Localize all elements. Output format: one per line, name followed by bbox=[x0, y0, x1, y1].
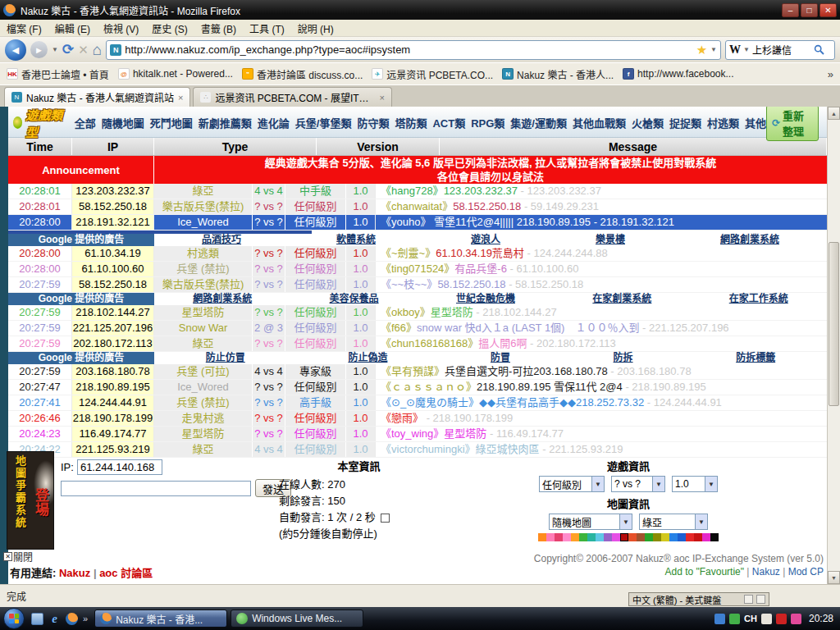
color-swatch[interactable] bbox=[555, 533, 563, 541]
search-engine-dropdown-icon[interactable]: ▼ bbox=[743, 46, 750, 53]
ad-link[interactable]: 網路創業系統 bbox=[193, 293, 252, 305]
language-options-icon[interactable] bbox=[756, 595, 765, 604]
ad-link[interactable]: 防拆 bbox=[614, 352, 633, 364]
internet-explorer-icon[interactable]: e bbox=[48, 613, 61, 625]
bookmark-star-icon[interactable]: ★ bbox=[696, 43, 707, 57]
antivirus-tray-icon[interactable] bbox=[791, 614, 801, 624]
footer-link[interactable]: Add to "Favourtie" bbox=[664, 566, 744, 578]
bookmark-item[interactable]: @hkitalk.net - Powered... bbox=[118, 68, 233, 80]
keyboard-icon[interactable] bbox=[744, 595, 753, 604]
ad-link[interactable]: 軟體系統 bbox=[336, 234, 376, 246]
table-row[interactable]: 20:24:23116.49.174.77星型塔防? vs ?任何級別1.0《t… bbox=[8, 427, 827, 442]
category-link[interactable]: 全部 bbox=[75, 115, 96, 130]
menu-item[interactable]: 檔案 (F) bbox=[7, 21, 42, 35]
tab-close-icon[interactable]: × bbox=[178, 93, 183, 103]
url-dropdown-icon[interactable]: ▼ bbox=[710, 46, 717, 53]
close-button[interactable]: ✕ bbox=[819, 3, 837, 17]
bookmarks-overflow-chevron[interactable]: » bbox=[828, 68, 833, 80]
color-swatch[interactable] bbox=[571, 533, 579, 541]
useful-link[interactable]: Nakuz bbox=[59, 567, 90, 579]
bookmark-item[interactable]: NNakuz 樂古 - 香港人... bbox=[502, 67, 614, 81]
category-link[interactable]: 塔防類 bbox=[395, 115, 427, 130]
color-swatch[interactable] bbox=[546, 533, 555, 541]
home-icon[interactable]: ⌂ bbox=[93, 41, 102, 59]
bookmark-item[interactable]: fhttp://www.facebook... bbox=[623, 68, 733, 80]
search-input[interactable] bbox=[752, 44, 811, 56]
ad-link[interactable]: 防冒 bbox=[491, 352, 510, 364]
color-swatch[interactable] bbox=[620, 533, 628, 541]
game-select-2[interactable]: 1.0▼ bbox=[672, 476, 718, 492]
messenger-tray-icon[interactable] bbox=[729, 614, 740, 624]
table-row[interactable]: 20:27:47218.190.89.195Ice_Wored? vs ?任何級… bbox=[8, 380, 827, 395]
search-engine-icon[interactable]: W bbox=[729, 43, 741, 57]
table-row[interactable]: 20:28:0061.10.100.60兵堡 (禁拉)? vs ?任何級別1.0… bbox=[8, 262, 827, 277]
table-row[interactable]: 20:28:0158.152.250.18樂古版兵堡(禁拉)? vs ?任何級別… bbox=[8, 199, 827, 215]
menu-item[interactable]: 工具 (T) bbox=[249, 21, 285, 35]
color-swatch[interactable] bbox=[686, 533, 694, 541]
table-row[interactable]: 20:26:46218.190.178.199走鬼村逃? vs ?任何級別1.0… bbox=[8, 411, 827, 427]
taskbar-button[interactable]: Nakuz 樂古 - 香港... bbox=[94, 609, 227, 628]
category-link[interactable]: 其他血戰類 bbox=[573, 115, 626, 130]
bookmark-item[interactable]: HK香港巴士論壇 • 首頁 bbox=[7, 67, 109, 81]
ime-tray-icon[interactable] bbox=[761, 614, 772, 624]
vertical-scrollbar[interactable]: ▲ ▼ bbox=[827, 107, 840, 584]
ad-link[interactable]: 美容保養品 bbox=[330, 293, 379, 305]
taskbar-button[interactable]: Windows Live Mes... bbox=[231, 609, 363, 628]
category-link[interactable]: 捉捉類 bbox=[669, 115, 701, 130]
ip-input[interactable] bbox=[77, 459, 162, 475]
category-link[interactable]: ACT類 bbox=[432, 115, 465, 130]
tab-close-icon[interactable]: × bbox=[379, 93, 384, 103]
ad-link[interactable]: 遊浪人 bbox=[471, 234, 500, 246]
table-row[interactable]: 20:27:59221.125.207.196Snow War2 @ 3任何級別… bbox=[8, 321, 827, 336]
close-box-icon[interactable]: ✕ bbox=[3, 552, 12, 561]
color-swatch[interactable] bbox=[710, 533, 719, 541]
ad-link[interactable]: 在家工作系統 bbox=[729, 293, 788, 305]
color-swatch[interactable] bbox=[563, 533, 571, 541]
color-swatch[interactable] bbox=[694, 533, 702, 541]
category-link[interactable]: 村逃類 bbox=[707, 115, 739, 130]
table-row[interactable]: 20:28:0061.10.34.19村逃類? vs ?任何級別1.0《~劍靈~… bbox=[8, 246, 827, 262]
scrollbar-thumb[interactable] bbox=[829, 242, 839, 406]
reload-icon[interactable]: ⟳ bbox=[62, 41, 74, 58]
category-link[interactable]: 進化論 bbox=[258, 115, 290, 130]
color-swatch[interactable] bbox=[645, 533, 653, 541]
color-swatch[interactable] bbox=[596, 533, 604, 541]
menu-item[interactable]: 說明 (H) bbox=[298, 21, 334, 35]
language-bar[interactable]: 中文 (繁體) - 美式鍵盤 bbox=[628, 592, 769, 606]
color-swatch[interactable] bbox=[612, 533, 620, 541]
magnifier-icon[interactable] bbox=[814, 44, 824, 55]
color-swatch[interactable] bbox=[538, 533, 546, 541]
footer-link[interactable]: Nakuz bbox=[752, 566, 780, 578]
history-dropdown-icon[interactable]: ▼ bbox=[52, 46, 58, 53]
ad-link[interactable]: 在家創業系統 bbox=[592, 293, 651, 305]
ad-link[interactable]: 防止偽造 bbox=[348, 352, 387, 364]
menu-item[interactable]: 檢視 (V) bbox=[103, 21, 139, 35]
map-select-0[interactable]: 隨機地圖▼ bbox=[549, 514, 632, 530]
color-swatch[interactable] bbox=[653, 533, 661, 541]
category-link[interactable]: 隨機地圖 bbox=[102, 115, 144, 130]
search-box[interactable]: W ▼ bbox=[725, 40, 835, 60]
refresh-list-button[interactable]: ⟳ 重新整理 bbox=[766, 107, 819, 141]
color-swatch[interactable] bbox=[587, 533, 596, 541]
quick-launch-overflow-chevron[interactable]: » bbox=[83, 614, 88, 623]
maximize-button[interactable]: □ bbox=[801, 3, 818, 17]
category-link[interactable]: 兵堡/箏堡類 bbox=[295, 115, 352, 130]
ad-link[interactable]: 品酒技巧 bbox=[202, 234, 241, 246]
color-swatch[interactable] bbox=[604, 533, 612, 541]
game-select-1[interactable]: ? vs ?▼ bbox=[611, 476, 665, 492]
address-bar[interactable]: N ★ ▼ bbox=[106, 40, 721, 60]
ad-link[interactable]: 防拆標籤 bbox=[736, 352, 775, 364]
color-swatch[interactable] bbox=[628, 533, 637, 541]
table-row[interactable]: 20:27:41124.244.44.91兵堡 (禁拉)? vs ?高手級1.0… bbox=[8, 395, 827, 411]
color-swatch[interactable] bbox=[669, 533, 678, 541]
table-row[interactable]: 20:27:59203.168.180.78兵堡 (可拉)4 vs 4專家級1.… bbox=[8, 364, 827, 380]
tab[interactable]: ∴远景资讯 PCBETA.COM - 展望IT，...× bbox=[193, 87, 391, 107]
message-input[interactable] bbox=[61, 481, 251, 496]
map-contest-banner[interactable]: 地圖爭霸系統 登場 bbox=[7, 451, 54, 550]
table-row[interactable]: 20:28:01123.203.232.37綠亞4 vs 4中手級1.0《han… bbox=[8, 184, 827, 199]
bookmark-item[interactable]: ”香港討論區 discuss.co... bbox=[242, 67, 363, 81]
volume-muted-icon[interactable] bbox=[776, 614, 787, 624]
stop-icon[interactable]: ✕ bbox=[78, 43, 89, 57]
minimize-button[interactable]: – bbox=[782, 3, 799, 17]
color-swatch[interactable] bbox=[579, 533, 587, 541]
